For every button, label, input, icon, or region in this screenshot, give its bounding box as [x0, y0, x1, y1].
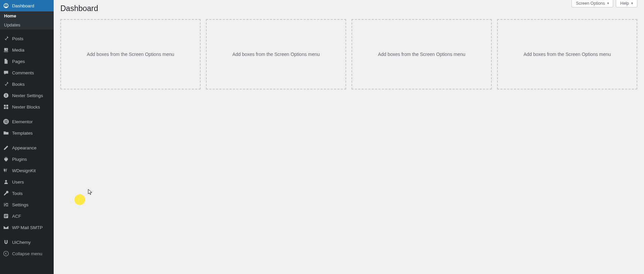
sidebar-item-settings[interactable]: Settings — [0, 199, 54, 210]
svg-rect-4 — [4, 105, 6, 107]
sidebar-item-label: Posts — [12, 36, 23, 41]
sidebar-item-plugins[interactable]: Plugins — [0, 153, 54, 165]
sidebar-item-label: Pages — [12, 59, 25, 64]
sidebar-item-comments[interactable]: Comments — [0, 67, 54, 78]
sidebar-item-label: Media — [12, 48, 24, 53]
sidebar-item-label: WDesignKit — [12, 168, 36, 173]
collapse-menu-label: Collapse menu — [12, 251, 42, 256]
dropzone-text: Add boxes from the Screen Options menu — [378, 52, 466, 57]
svg-point-0 — [6, 49, 7, 50]
menu-separator — [0, 113, 54, 116]
svg-rect-16 — [4, 206, 8, 206]
svg-rect-6 — [4, 107, 6, 109]
dropzone-text: Add boxes from the Screen Options menu — [87, 52, 174, 57]
svg-rect-22 — [5, 216, 8, 216]
svg-rect-7 — [6, 107, 8, 109]
help-label: Help — [620, 1, 629, 6]
svg-rect-2 — [6, 95, 6, 96]
plugin-icon — [3, 156, 9, 162]
sidebar-item-label: Nexter Settings — [12, 93, 43, 98]
users-icon — [3, 179, 9, 185]
screen-options-button[interactable]: Screen Options ▼ — [572, 0, 613, 7]
svg-rect-11 — [6, 121, 8, 122]
svg-rect-5 — [6, 105, 8, 107]
collapse-icon — [3, 250, 9, 257]
sidebar-subitem-updates[interactable]: Updates — [0, 20, 54, 29]
sidebar-item-label: WP Mail SMTP — [12, 225, 43, 230]
menu-separator — [0, 233, 54, 236]
dropzone-text: Add boxes from the Screen Options menu — [232, 52, 320, 57]
svg-point-13 — [5, 180, 7, 182]
svg-rect-14 — [4, 203, 8, 204]
sidebar-item-label: Tools — [12, 191, 23, 196]
sidebar-item-media[interactable]: Media — [0, 44, 54, 56]
svg-rect-23 — [5, 217, 7, 217]
svg-point-18 — [6, 204, 7, 205]
dashboard-dropzone[interactable]: Add boxes from the Screen Options menu — [352, 19, 492, 89]
sidebar-subitem-home[interactable]: Home — [0, 11, 54, 20]
sidebar-item-label: Settings — [12, 202, 29, 207]
svg-rect-21 — [5, 215, 8, 215]
admin-sidebar: Dashboard Home Updates Posts Media Pages — [0, 0, 54, 274]
sidebar-item-label: Dashboard — [12, 3, 34, 8]
sidebar-item-nexter-settings[interactable]: Nexter Settings — [0, 90, 54, 101]
wdesignkit-icon — [3, 167, 9, 174]
sidebar-item-users[interactable]: Users — [0, 176, 54, 188]
appearance-icon — [3, 144, 9, 151]
sidebar-item-tools[interactable]: Tools — [0, 188, 54, 199]
sidebar-item-acf[interactable]: ACF — [0, 210, 54, 222]
dashboard-widgets-grid: Add boxes from the Screen Options menu A… — [60, 19, 637, 89]
dashboard-dropzone[interactable]: Add boxes from the Screen Options menu — [497, 19, 637, 89]
collapse-menu-button[interactable]: Collapse menu — [0, 248, 54, 259]
dashboard-dropzone[interactable]: Add boxes from the Screen Options menu — [60, 19, 201, 89]
sidebar-item-dashboard[interactable]: Dashboard — [0, 0, 54, 11]
sidebar-item-label: UiChemy — [12, 240, 31, 245]
svg-point-17 — [5, 203, 6, 204]
comments-icon — [3, 69, 9, 76]
sidebar-item-appearance[interactable]: Appearance — [0, 142, 54, 153]
sidebar-item-pages[interactable]: Pages — [0, 56, 54, 67]
sidebar-item-wdesignkit[interactable]: WDesignKit — [0, 165, 54, 176]
pin-icon — [3, 81, 9, 87]
sidebar-item-nexter-blocks[interactable]: Nexter Blocks — [0, 101, 54, 113]
sidebar-item-uichemy[interactable]: UiChemy — [0, 236, 54, 248]
sidebar-item-label: Nexter Blocks — [12, 105, 40, 110]
svg-point-24 — [4, 251, 8, 256]
uichemy-icon — [3, 239, 9, 246]
sidebar-item-label: ACF — [12, 214, 21, 219]
pin-icon — [3, 35, 9, 42]
settings-icon — [3, 201, 9, 208]
sidebar-item-posts[interactable]: Posts — [0, 33, 54, 44]
svg-rect-3 — [6, 94, 6, 95]
sidebar-item-label: Books — [12, 82, 25, 87]
media-icon — [3, 47, 9, 53]
screen-meta-links: Screen Options ▼ Help ▼ — [572, 0, 637, 7]
main-content: Screen Options ▼ Help ▼ Dashboard Add bo… — [54, 0, 644, 274]
folder-icon — [3, 130, 9, 136]
elementor-icon — [3, 118, 9, 125]
dropzone-text: Add boxes from the Screen Options menu — [524, 52, 611, 57]
menu-separator — [0, 29, 54, 33]
page-title: Dashboard — [60, 0, 637, 14]
mail-icon — [3, 224, 9, 231]
sidebar-item-books[interactable]: Books — [0, 78, 54, 90]
svg-rect-12 — [6, 123, 8, 123]
sidebar-item-templates[interactable]: Templates — [0, 127, 54, 139]
caret-down-icon: ▼ — [606, 2, 609, 5]
svg-rect-10 — [6, 120, 8, 121]
caret-down-icon: ▼ — [631, 2, 634, 5]
svg-rect-9 — [5, 120, 5, 123]
help-button[interactable]: Help ▼ — [616, 0, 637, 7]
acf-icon — [3, 213, 9, 219]
sidebar-item-elementor[interactable]: Elementor — [0, 116, 54, 127]
sidebar-item-label: Templates — [12, 131, 33, 136]
sidebar-item-wpmailsmtp[interactable]: WP Mail SMTP — [0, 222, 54, 233]
sidebar-item-label: Plugins — [12, 157, 27, 162]
sidebar-submenu-dashboard: Home Updates — [0, 11, 54, 29]
sidebar-item-label: Elementor — [12, 119, 33, 124]
dashboard-icon — [3, 2, 9, 9]
sidebar-item-label: Comments — [12, 70, 34, 75]
tools-icon — [3, 190, 9, 197]
sidebar-item-label: Appearance — [12, 145, 37, 150]
dashboard-dropzone[interactable]: Add boxes from the Screen Options menu — [206, 19, 346, 89]
